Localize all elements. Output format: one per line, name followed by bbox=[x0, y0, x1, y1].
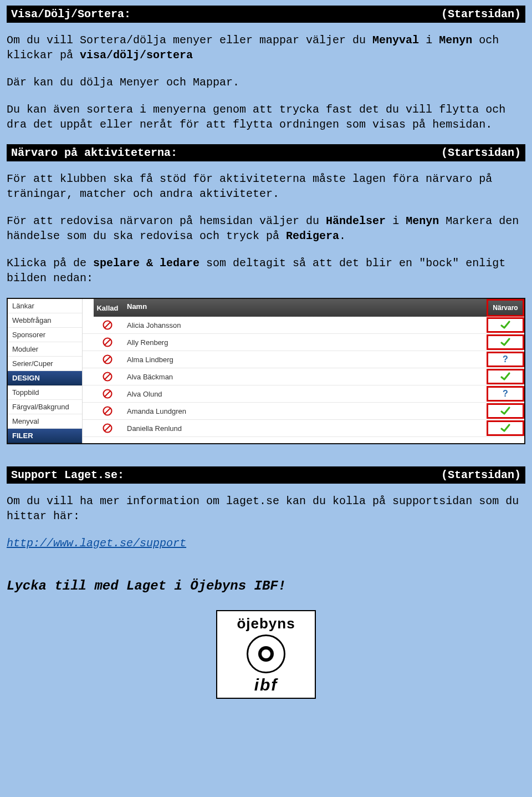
player-name: Ally Renberg bbox=[121, 335, 487, 350]
attendance-check-icon[interactable] bbox=[487, 334, 524, 350]
svg-line-15 bbox=[105, 425, 110, 431]
not-called-icon[interactable] bbox=[83, 420, 121, 436]
player-name: Alma Lindberg bbox=[121, 352, 487, 367]
sidebar-category-design: DESIGN bbox=[8, 371, 82, 385]
logo-emblem bbox=[247, 634, 285, 673]
table-row: Alicia Johansson bbox=[83, 317, 524, 334]
table-row: Alma Lindberg? bbox=[83, 351, 524, 368]
not-called-icon[interactable] bbox=[83, 334, 121, 351]
th-narvaro: Närvaro bbox=[487, 299, 524, 317]
embedded-screenshot: Länkar Webbfrågan Sponsorer Moduler Seri… bbox=[7, 298, 525, 444]
sidebar-item-fargval[interactable]: Färgval/Bakgrund bbox=[8, 400, 82, 414]
sidebar-item-webbfragan[interactable]: Webbfrågan bbox=[8, 313, 82, 328]
sidebar-category-filer: FILER bbox=[8, 429, 82, 443]
attendance-check-icon[interactable] bbox=[487, 420, 524, 436]
section-tag: (Startsidan) bbox=[441, 469, 521, 481]
section-tag: (Startsidan) bbox=[441, 146, 521, 159]
sidebar-item-menyval[interactable]: Menyval bbox=[8, 414, 82, 429]
th-kallad: Kallad bbox=[83, 299, 121, 317]
th-namn: Namn bbox=[121, 299, 487, 317]
svg-text:?: ? bbox=[503, 389, 508, 398]
logo-text-top: öjebyns bbox=[237, 615, 295, 632]
sidebar-item-serier[interactable]: Serier/Cuper bbox=[8, 357, 82, 371]
paragraph: Om du vill ha mer information om laget.s… bbox=[7, 494, 525, 524]
svg-line-3 bbox=[105, 339, 110, 345]
lion-head-icon bbox=[255, 643, 277, 665]
logo-text-bottom: ibf bbox=[254, 676, 278, 694]
attendance-check-icon[interactable] bbox=[487, 317, 524, 333]
player-name: Alva Bäckman bbox=[121, 369, 487, 384]
player-name: Alicia Johansson bbox=[121, 318, 487, 333]
svg-text:?: ? bbox=[503, 354, 508, 364]
sidebar-item-toppbild[interactable]: Toppbild bbox=[8, 385, 82, 400]
sidebar-item-sponsorer[interactable]: Sponsorer bbox=[8, 328, 82, 342]
support-link[interactable]: http://www.laget.se/support bbox=[7, 537, 186, 550]
sidebar-item-lankar[interactable]: Länkar bbox=[8, 299, 82, 313]
section-tag: (Startsidan) bbox=[441, 8, 521, 21]
table-row: Daniella Renlund bbox=[83, 420, 524, 437]
section-header-narvaro: Närvaro på aktiviteterna: (Startsidan) bbox=[7, 144, 525, 161]
table-row: Alva Olund? bbox=[83, 385, 524, 403]
table-header: Kallad Namn Närvaro bbox=[83, 299, 524, 317]
paragraph: För att klubben ska få stöd för aktivite… bbox=[7, 171, 525, 201]
paragraph: Där kan du dölja Menyer och Mappar. bbox=[7, 75, 525, 90]
paragraph: Klicka på de spelare & ledare som deltag… bbox=[7, 256, 525, 286]
not-called-icon[interactable] bbox=[83, 368, 121, 385]
svg-line-10 bbox=[105, 391, 110, 397]
table-row: Ally Renberg bbox=[83, 334, 524, 351]
sidebar-item-moduler[interactable]: Moduler bbox=[8, 342, 82, 357]
club-logo: öjebyns ibf bbox=[216, 610, 316, 699]
attendance-question-icon[interactable]: ? bbox=[487, 352, 524, 367]
not-called-icon[interactable] bbox=[83, 317, 121, 333]
paragraph: Du kan även sortera i menyerna genom att… bbox=[7, 102, 525, 132]
player-name: Amanda Lundgren bbox=[121, 404, 487, 419]
support-link-wrap: http://www.laget.se/support bbox=[7, 536, 525, 551]
not-called-icon[interactable] bbox=[83, 351, 121, 368]
admin-sidebar: Länkar Webbfrågan Sponsorer Moduler Seri… bbox=[8, 299, 83, 443]
not-called-icon[interactable] bbox=[83, 403, 121, 419]
section-title: Visa/Dölj/Sortera: bbox=[11, 8, 131, 21]
table-row: Alva Bäckman bbox=[83, 368, 524, 385]
player-name: Daniella Renlund bbox=[121, 421, 487, 436]
paragraph: För att redovisa närvaron på hemsidan vä… bbox=[7, 214, 525, 243]
section-title: Närvaro på aktiviteterna: bbox=[11, 146, 177, 159]
svg-point-17 bbox=[262, 649, 270, 658]
paragraph: Om du vill Sortera/dölja menyer eller ma… bbox=[7, 33, 525, 63]
attendance-table: Kallad Namn Närvaro Alicia JohanssonAlly… bbox=[83, 299, 524, 443]
not-called-icon[interactable] bbox=[83, 385, 121, 402]
svg-line-1 bbox=[105, 322, 110, 328]
attendance-question-icon[interactable]: ? bbox=[487, 386, 524, 402]
attendance-check-icon[interactable] bbox=[487, 369, 524, 384]
section-header-visa: Visa/Dölj/Sortera: (Startsidan) bbox=[7, 6, 525, 23]
player-name: Alva Olund bbox=[121, 387, 487, 402]
svg-line-5 bbox=[105, 357, 110, 362]
svg-line-13 bbox=[105, 408, 110, 414]
attendance-check-icon[interactable] bbox=[487, 403, 524, 419]
table-row: Amanda Lundgren bbox=[83, 403, 524, 420]
svg-line-8 bbox=[105, 374, 110, 379]
closing-line: Lycka till med Laget i Öjebyns IBF! bbox=[7, 578, 525, 593]
section-title: Support Laget.se: bbox=[11, 469, 124, 481]
section-header-support: Support Laget.se: (Startsidan) bbox=[7, 466, 525, 484]
